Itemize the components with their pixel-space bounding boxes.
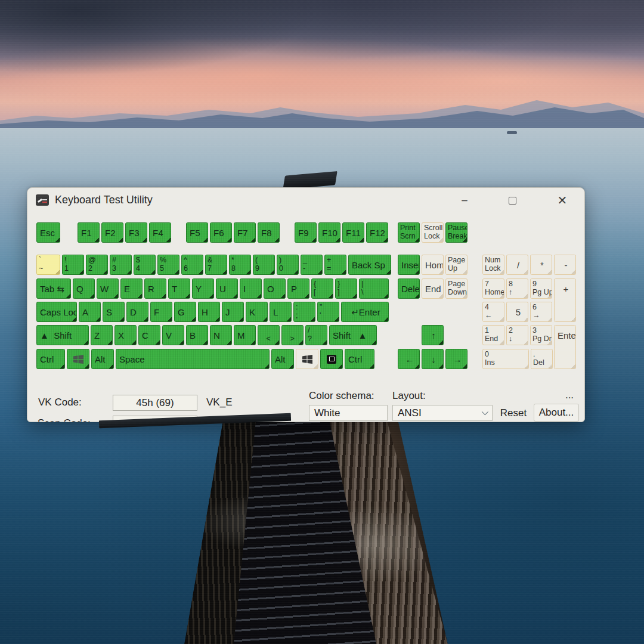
key-pagedown[interactable]: PageDown <box>445 278 467 299</box>
key-j[interactable]: J <box>222 302 244 322</box>
key-np-3[interactable]: 3Pg Dn <box>530 325 552 345</box>
key-t[interactable]: T <box>168 278 190 299</box>
key-arrow-right[interactable]: → <box>445 349 467 369</box>
key-w[interactable]: W <box>97 278 119 299</box>
key-np-decimal[interactable]: .Del <box>531 349 553 369</box>
key-pause[interactable]: PauseBreak <box>445 222 467 243</box>
key-g[interactable]: G <box>174 302 196 322</box>
key-esc[interactable]: Esc <box>36 222 60 243</box>
key-menu[interactable] <box>320 349 343 369</box>
key-lbracket[interactable]: {[ <box>311 278 333 299</box>
key-f8[interactable]: F8 <box>258 222 280 243</box>
key-d[interactable]: D <box>126 302 148 322</box>
key-f2[interactable]: F2 <box>101 222 123 243</box>
key-4[interactable]: $4 <box>134 255 156 275</box>
key-quote[interactable]: "' <box>317 302 339 322</box>
color-schema-select[interactable]: White <box>309 405 388 421</box>
key-np-8[interactable]: 8↑ <box>506 278 528 299</box>
key-o[interactable]: O <box>264 278 286 299</box>
key-f10[interactable]: F10 <box>318 222 340 243</box>
key-semicolon[interactable]: :; <box>293 302 315 322</box>
key-np-subtract[interactable]: - <box>554 255 576 275</box>
key-np-6[interactable]: 6→ <box>530 302 552 322</box>
key-backslash[interactable]: |\ <box>359 278 389 299</box>
key-9[interactable]: (9 <box>253 255 275 275</box>
key-home[interactable]: Home <box>422 255 444 275</box>
key-7[interactable]: &7 <box>205 255 227 275</box>
key-arrow-left[interactable]: ← <box>398 349 420 369</box>
key-np-enter[interactable]: Enter <box>554 325 576 369</box>
key-grave[interactable]: `~ <box>36 255 60 275</box>
key-k[interactable]: K <box>246 302 268 322</box>
key-f3[interactable]: F3 <box>125 222 147 243</box>
key-r[interactable]: R <box>144 278 166 299</box>
key-rwin[interactable] <box>296 349 318 369</box>
key-insert[interactable]: Insert <box>398 255 420 275</box>
key-np-9[interactable]: 9Pg Up <box>530 278 552 299</box>
key-f11[interactable]: F11 <box>342 222 364 243</box>
key-slash[interactable]: /? <box>305 325 327 345</box>
key-np-4[interactable]: 4← <box>482 302 504 322</box>
key-f5[interactable]: F5 <box>186 222 208 243</box>
key-h[interactable]: H <box>198 302 220 322</box>
key-comma[interactable]: < <box>258 325 280 345</box>
key-scrolllock[interactable]: ScrollLock <box>422 222 444 243</box>
key-c[interactable]: C <box>138 325 160 345</box>
key-minus[interactable]: _- <box>301 255 323 275</box>
key-m[interactable]: M <box>234 325 256 345</box>
key-s[interactable]: S <box>103 302 125 322</box>
key-backspace[interactable]: Back Sp <box>348 255 391 275</box>
key-equals[interactable]: += <box>324 255 346 275</box>
reset-button[interactable]: Reset <box>498 405 529 421</box>
key-space[interactable]: Space <box>116 349 270 369</box>
key-b[interactable]: B <box>186 325 208 345</box>
key-period[interactable]: > <box>281 325 304 345</box>
key-1[interactable]: !1 <box>62 255 84 275</box>
key-np-7[interactable]: 7Home <box>482 278 504 299</box>
key-f4[interactable]: F4 <box>149 222 171 243</box>
key-np-1[interactable]: 1End <box>482 325 504 345</box>
key-z[interactable]: Z <box>91 325 113 345</box>
key-f7[interactable]: F7 <box>234 222 256 243</box>
layout-select[interactable]: ANSI <box>392 405 493 421</box>
key-5[interactable]: %5 <box>157 255 179 275</box>
key-y[interactable]: Y <box>192 278 214 299</box>
key-np-multiply[interactable]: * <box>530 255 552 275</box>
key-p[interactable]: P <box>287 278 309 299</box>
key-np-0[interactable]: 0Ins <box>482 349 529 369</box>
key-l[interactable]: L <box>270 302 292 322</box>
key-lshift[interactable]: ▲ Shift <box>36 325 89 345</box>
key-0[interactable]: )0 <box>277 255 299 275</box>
key-f12[interactable]: F12 <box>366 222 388 243</box>
key-2[interactable]: @2 <box>86 255 108 275</box>
key-capslock[interactable]: Caps Lock <box>36 302 77 322</box>
key-8[interactable]: *8 <box>229 255 251 275</box>
key-lalt[interactable]: Alt <box>91 349 114 369</box>
key-f1[interactable]: F1 <box>78 222 100 243</box>
key-end[interactable]: End <box>422 278 444 299</box>
more-button[interactable]: ... <box>560 387 579 403</box>
key-e[interactable]: E <box>120 278 143 299</box>
key-3[interactable]: #3 <box>110 255 132 275</box>
key-pageup[interactable]: PageUp <box>445 255 467 275</box>
key-delete[interactable]: Delete <box>398 278 420 299</box>
key-q[interactable]: Q <box>73 278 95 299</box>
key-arrow-down[interactable]: ↓ <box>422 349 444 369</box>
key-enter[interactable]: ↵Enter <box>341 302 389 322</box>
key-u[interactable]: U <box>216 278 238 299</box>
key-n[interactable]: N <box>210 325 232 345</box>
about-button[interactable]: About... <box>534 404 579 422</box>
key-tab[interactable]: Tab ⇆ <box>36 278 71 299</box>
key-lwin[interactable] <box>67 349 89 369</box>
key-f9[interactable]: F9 <box>295 222 317 243</box>
key-f[interactable]: F <box>150 302 172 322</box>
key-np-divide[interactable]: / <box>506 255 528 275</box>
key-arrow-up[interactable]: ↑ <box>422 325 444 345</box>
key-a[interactable]: A <box>79 302 101 322</box>
key-x[interactable]: X <box>114 325 137 345</box>
key-6[interactable]: ^6 <box>181 255 203 275</box>
key-f6[interactable]: F6 <box>210 222 232 243</box>
key-np-2[interactable]: 2↓ <box>506 325 528 345</box>
key-v[interactable]: V <box>162 325 184 345</box>
key-lctrl[interactable]: Ctrl <box>36 349 65 369</box>
